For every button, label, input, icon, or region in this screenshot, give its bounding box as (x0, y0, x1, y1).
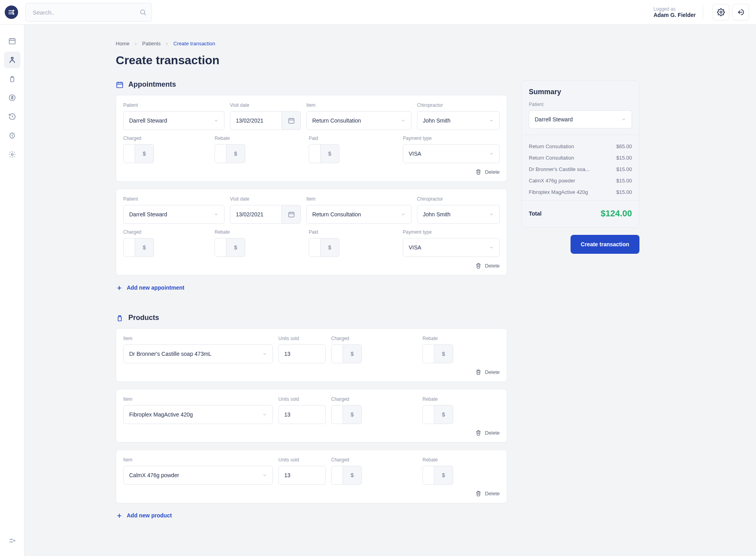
label-item: Item (306, 102, 411, 108)
label-charged: Charged (331, 396, 417, 402)
payment-type-select[interactable]: VISA (403, 238, 500, 257)
search-input[interactable] (25, 3, 152, 22)
settings-button[interactable] (713, 4, 729, 20)
currency-addon: $ (343, 344, 362, 363)
chevron-down-icon (489, 118, 494, 123)
calendar-icon (288, 211, 295, 218)
item-select[interactable]: Return Consultation (306, 205, 411, 224)
product-charged-input[interactable] (331, 466, 343, 485)
chiropractor-select[interactable]: John Smith (417, 111, 500, 130)
logout-button[interactable] (732, 4, 749, 20)
sidebar-item-calendar[interactable] (4, 33, 20, 49)
product-item-select[interactable]: Dr Bronner's Castille soap 473mL (123, 344, 273, 363)
rebate-input[interactable] (215, 144, 226, 163)
delete-label: Delete (485, 369, 500, 375)
sidebar-item-reminders[interactable] (4, 127, 20, 144)
units-sold-input[interactable]: 13 (278, 405, 326, 424)
label-rebate: Rebate (215, 136, 303, 141)
label-rebate: Rebate (422, 336, 508, 341)
create-transaction-button[interactable]: Create transaction (571, 235, 639, 254)
summary-patient-select[interactable]: Darrell Steward (529, 110, 632, 128)
label-rebate: Rebate (422, 396, 508, 402)
payment-type-select[interactable]: VISA (403, 144, 500, 163)
charged-input[interactable] (123, 144, 135, 163)
sidebar-item-billing[interactable] (4, 89, 20, 106)
chiropractor-select[interactable]: John Smith (417, 205, 500, 224)
visit-date-input[interactable]: 13/02/2021 (230, 111, 282, 130)
date-picker-button[interactable] (282, 111, 301, 130)
summary-line-price: $15.00 (616, 166, 632, 172)
product-icon (116, 314, 124, 322)
product-item-select-value: CalmX 476g powder (129, 472, 179, 478)
label-units-sold: Units sold (278, 457, 326, 463)
label-charged: Charged (123, 229, 209, 235)
delete-label: Delete (485, 491, 500, 496)
charged-input[interactable] (123, 238, 135, 257)
topbar: Logged as Adam G. Fielder (0, 0, 756, 25)
item-select[interactable]: Return Consultation (306, 111, 411, 130)
date-picker-button[interactable] (282, 205, 301, 224)
sidebar-item-patients[interactable] (4, 52, 20, 68)
products-header: Products (116, 314, 507, 322)
add-appointment-button[interactable]: ＋ Add new appointment (116, 284, 184, 291)
currency-addon: $ (321, 144, 339, 163)
sidebar (0, 25, 24, 556)
label-payment-type: Payment type (403, 229, 500, 235)
sidebar-item-products[interactable] (4, 71, 20, 87)
svg-rect-10 (289, 212, 294, 217)
patient-select[interactable]: Darrell Steward (123, 111, 224, 130)
paid-input[interactable] (309, 144, 321, 163)
main: Home › Patients › Create transaction Cre… (24, 25, 756, 556)
payment-type-select-value: VISA (409, 151, 421, 157)
currency-addon: $ (343, 405, 362, 424)
sidebar-item-settings[interactable] (4, 146, 20, 163)
label-item: Item (306, 196, 411, 202)
label-rebate: Rebate (422, 457, 508, 463)
patient-select-value: Darrell Steward (129, 117, 167, 124)
delete-product-button[interactable]: Delete (475, 369, 500, 375)
breadcrumb-home[interactable]: Home (116, 41, 130, 46)
label-charged: Charged (331, 336, 417, 341)
currency-addon: $ (434, 466, 453, 485)
add-appointment-label: Add new appointment (127, 285, 184, 291)
units-sold-value: 13 (284, 351, 291, 357)
add-product-label: Add new product (127, 512, 172, 519)
add-product-button[interactable]: ＋ Add new product (116, 512, 172, 519)
units-sold-input[interactable]: 13 (278, 466, 326, 485)
chevron-down-icon (262, 351, 267, 356)
sidebar-item-collapse[interactable] (4, 532, 20, 549)
product-rebate-input[interactable] (422, 405, 434, 424)
svg-point-0 (141, 10, 145, 14)
summary-line-price: $15.00 (616, 178, 632, 184)
visit-date-value: 13/02/2021 (236, 117, 263, 124)
chevron-down-icon (262, 473, 267, 478)
svg-point-7 (11, 154, 13, 156)
product-item-select[interactable]: Fibroplex MagActive 420g (123, 405, 273, 424)
summary-line: Dr Bronner's Castille soa... $15.00 (529, 164, 632, 175)
delete-appointment-button[interactable]: Delete (475, 262, 500, 269)
delete-product-button[interactable]: Delete (475, 490, 500, 496)
summary-line: CalmX 476g powder $15.00 (529, 175, 632, 186)
chevron-down-icon (621, 117, 626, 122)
delete-product-button[interactable]: Delete (475, 430, 500, 436)
logged-as-label: Logged as (654, 6, 696, 12)
delete-appointment-button[interactable]: Delete (475, 169, 500, 175)
breadcrumb-sep: › (135, 41, 137, 46)
trash-icon (475, 430, 482, 436)
product-charged-input[interactable] (331, 344, 343, 363)
units-sold-input[interactable]: 13 (278, 344, 326, 363)
breadcrumb-patients[interactable]: Patients (142, 41, 161, 46)
patient-select[interactable]: Darrell Steward (123, 205, 224, 224)
product-charged-input[interactable] (331, 405, 343, 424)
product-item-select[interactable]: CalmX 476g powder (123, 466, 273, 485)
label-patient: Patient (123, 102, 224, 108)
sidebar-item-history[interactable] (4, 108, 20, 125)
product-rebate-input[interactable] (422, 466, 434, 485)
visit-date-input[interactable]: 13/02/2021 (230, 205, 282, 224)
rebate-input[interactable] (215, 238, 226, 257)
product-rebate-input[interactable] (422, 344, 434, 363)
currency-addon: $ (321, 238, 339, 257)
currency-addon: $ (226, 144, 245, 163)
paid-input[interactable] (309, 238, 321, 257)
label-units-sold: Units sold (278, 336, 326, 341)
